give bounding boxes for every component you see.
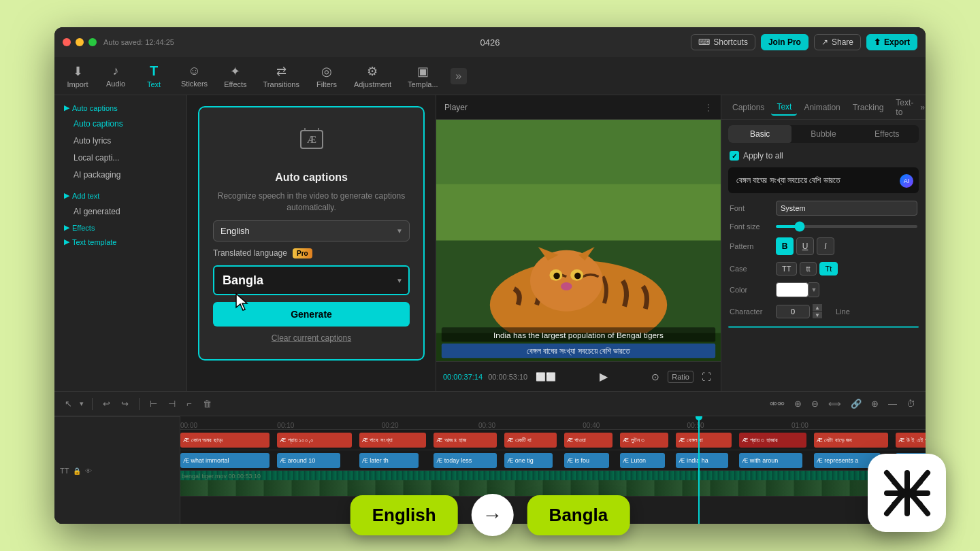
titlecase-button[interactable]: Tt (819, 262, 838, 276)
tool-text[interactable]: T Text (136, 59, 172, 93)
record-tool[interactable]: ⊕ (868, 397, 882, 411)
zoom-out-tool[interactable]: ⊖ (808, 397, 822, 411)
main-content: ▶ Auto captions Auto captions Auto lyric… (54, 95, 926, 391)
character-up[interactable]: ▲ (813, 304, 822, 311)
clip2-8[interactable]: Æ India ha (676, 453, 728, 468)
fit-tool[interactable]: ⟺ (825, 397, 845, 411)
trim-tool[interactable]: ⊣ (165, 397, 179, 411)
clip-8[interactable]: Æ বেঙ্গল বা (676, 433, 732, 448)
clip-6[interactable]: Æ পাওয়া (564, 433, 612, 448)
magnet-tool[interactable]: ⚮⚮ (766, 397, 788, 411)
clip-4[interactable]: Æ আজ ৪ হাজ (434, 433, 497, 448)
clip-9[interactable]: Æ প্রায় ৩ হাজার (739, 433, 806, 448)
apply-all-checkbox[interactable]: ✓ (730, 151, 739, 161)
effects-section[interactable]: ▶ Effects (59, 220, 182, 235)
join-pro-button[interactable]: Join Pro (761, 34, 808, 50)
crop-tool[interactable]: ⌐ (183, 397, 195, 411)
clip2-6[interactable]: Æ is fou (564, 453, 609, 468)
delete-tool[interactable]: 🗑 (199, 397, 215, 411)
tab-text-to[interactable]: Text-to (890, 95, 919, 120)
play-button[interactable]: ▶ (597, 369, 610, 384)
tab-tracking[interactable]: Tracking (847, 100, 889, 115)
language-select[interactable]: English Chinese Spanish (213, 220, 410, 241)
character-down[interactable]: ▼ (813, 312, 822, 318)
minus-tool[interactable]: — (885, 397, 900, 411)
select-tool[interactable]: ↖ (61, 397, 76, 411)
uppercase-button[interactable]: TT (776, 262, 797, 276)
minimize-button[interactable] (76, 38, 84, 46)
color-swatch[interactable] (776, 282, 808, 297)
split-tool[interactable]: ⊢ (146, 397, 161, 411)
character-input[interactable] (776, 305, 810, 318)
style-tab-bubble[interactable]: Bubble (791, 125, 855, 143)
auto-captions-section[interactable]: ▶ Auto captions (59, 101, 182, 115)
ratio-button[interactable]: Ratio (668, 371, 693, 383)
text-template-section[interactable]: ▶ Text template (59, 235, 182, 249)
export-button[interactable]: ⬆ Export (866, 34, 917, 50)
clip-11[interactable]: Æ উ ই এই প্রাণী (896, 433, 926, 448)
undo-button[interactable]: ↩ (99, 397, 114, 411)
select-dropdown[interactable]: ▾ (80, 399, 84, 408)
tool-stickers-label: Stickers (181, 80, 208, 88)
tabs-more[interactable]: » (920, 103, 925, 112)
tool-templates[interactable]: ▣ Templa... (401, 60, 445, 93)
capture-button[interactable]: ⊙ (649, 370, 662, 384)
playhead[interactable] (698, 416, 700, 524)
clip-5[interactable]: Æ একটি বা (504, 433, 557, 448)
fontsize-slider[interactable] (776, 225, 917, 228)
clip2-1[interactable]: Æ what immortal (180, 453, 270, 468)
font-select[interactable]: System Arial (776, 201, 917, 216)
lock-icon[interactable]: 🔒 (73, 467, 81, 475)
add-text-section[interactable]: ▶ Add text (59, 188, 182, 203)
clip-10[interactable]: Æ যেটা বাড়ে জব (814, 433, 889, 448)
lowercase-button[interactable]: tt (800, 262, 816, 276)
tool-audio[interactable]: ♪ Audio (98, 60, 133, 92)
fullscreen-button[interactable]: ⛶ (699, 370, 714, 384)
sidebar-item-ai-generated[interactable]: AI generated (63, 203, 178, 220)
tab-text[interactable]: Text (771, 99, 797, 116)
eye-icon[interactable]: 👁 (85, 467, 92, 475)
clip-3[interactable]: Æ পাবে সংখ্যা (359, 433, 427, 448)
tool-adjustment[interactable]: ⚙ Adjustment (347, 60, 398, 93)
style-tab-basic[interactable]: Basic (728, 125, 791, 143)
share-button[interactable]: ↗ Share (814, 34, 861, 50)
tab-captions[interactable]: Captions (727, 100, 770, 115)
style-tab-effects[interactable]: Effects (855, 125, 919, 143)
clip2-9[interactable]: Æ with aroun (739, 453, 802, 468)
tool-import[interactable]: ⬇ Import (60, 60, 95, 93)
underline-button[interactable]: U (796, 237, 814, 255)
shortcuts-button[interactable]: ⌨ Shortcuts (691, 34, 755, 50)
sidebar-item-auto-lyrics[interactable]: Auto lyrics (63, 133, 178, 149)
tool-stickers[interactable]: ☺ Stickers (174, 60, 214, 92)
clip2-3[interactable]: Æ later th (359, 453, 419, 468)
italic-button[interactable]: I (817, 237, 834, 255)
sidebar-item-auto-captions[interactable]: Auto captions (63, 116, 178, 132)
color-dropdown[interactable]: ▼ (808, 282, 819, 297)
video-frame: India has the largest population of Beng… (436, 120, 721, 361)
toolbar-more-button[interactable]: » (451, 68, 467, 84)
tab-animation[interactable]: Animation (798, 100, 845, 115)
sidebar-item-local-captions[interactable]: Local capti... (63, 150, 178, 166)
clip2-5[interactable]: Æ one tig (504, 453, 553, 468)
link-tool[interactable]: 🔗 (847, 397, 865, 411)
clip-7[interactable]: Æ লুটন ৩ (620, 433, 668, 448)
clip2-7[interactable]: Æ Luton (620, 453, 665, 468)
redo-button[interactable]: ↪ (118, 397, 132, 411)
clip2-2[interactable]: Æ around 10 (277, 453, 340, 468)
generate-button[interactable]: Generate (213, 302, 410, 327)
bold-button[interactable]: B (776, 237, 794, 255)
sidebar-item-ai-packaging[interactable]: AI packaging (63, 167, 178, 183)
tool-effects[interactable]: ✦ Effects (217, 60, 253, 93)
close-button[interactable] (63, 38, 71, 46)
zoom-in-tool[interactable]: ⊕ (791, 397, 805, 411)
clip-2[interactable]: Æ প্রায় ১০০,০ (277, 433, 352, 448)
tool-filters[interactable]: ◎ Filters (309, 60, 344, 93)
clip-1[interactable]: Æ কোন অমর ছাড়৷ (180, 433, 270, 448)
translated-language-select[interactable]: Bangla Hindi Tamil (213, 265, 410, 295)
clear-captions-button[interactable]: Clear current captions (272, 333, 351, 343)
clip2-4[interactable]: Æ today less (434, 453, 497, 468)
ai-assist-icon[interactable]: AI (900, 174, 913, 188)
tool-transitions[interactable]: ⇄ Transitions (257, 60, 306, 93)
clock-tool[interactable]: ⏱ (903, 397, 919, 411)
maximize-button[interactable] (88, 38, 97, 46)
